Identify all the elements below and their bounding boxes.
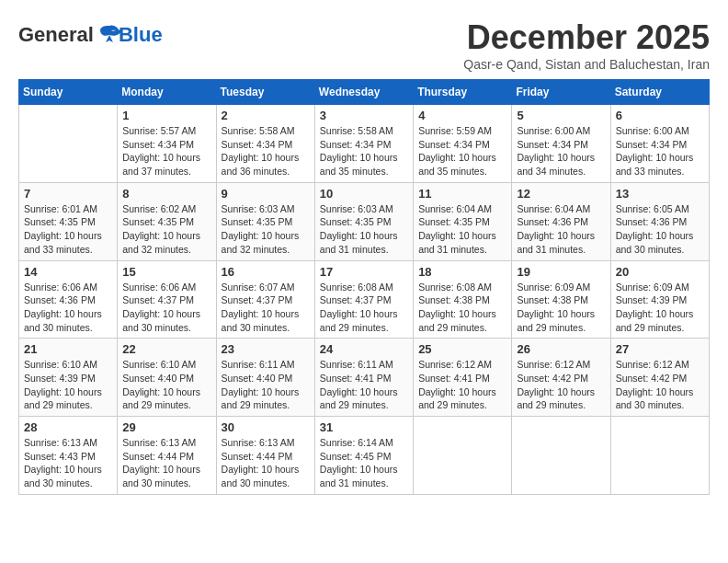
day-number: 17 bbox=[320, 265, 408, 279]
day-info: Sunrise: 6:13 AM Sunset: 4:43 PM Dayligh… bbox=[24, 436, 112, 490]
day-number: 5 bbox=[517, 109, 605, 122]
day-info: Sunrise: 6:13 AM Sunset: 4:44 PM Dayligh… bbox=[122, 436, 210, 490]
day-info: Sunrise: 6:08 AM Sunset: 4:38 PM Dayligh… bbox=[418, 281, 506, 335]
day-info: Sunrise: 6:00 AM Sunset: 4:34 PM Dayligh… bbox=[517, 124, 605, 178]
day-number: 19 bbox=[517, 265, 605, 279]
day-number: 31 bbox=[320, 420, 408, 434]
table-cell: 6Sunrise: 6:00 AM Sunset: 4:34 PM Daylig… bbox=[610, 105, 709, 183]
table-cell: 31Sunrise: 6:14 AM Sunset: 4:45 PM Dayli… bbox=[314, 417, 413, 495]
table-cell: 29Sunrise: 6:13 AM Sunset: 4:44 PM Dayli… bbox=[118, 417, 216, 495]
day-info: Sunrise: 6:04 AM Sunset: 4:35 PM Dayligh… bbox=[418, 202, 506, 257]
table-cell: 24Sunrise: 6:11 AM Sunset: 4:41 PM Dayli… bbox=[314, 339, 413, 417]
table-cell: 9Sunrise: 6:03 AM Sunset: 4:35 PM Daylig… bbox=[216, 182, 314, 260]
calendar-subtitle: Qasr-e Qand, Sistan and Baluchestan, Ira… bbox=[463, 57, 710, 72]
day-info: Sunrise: 6:12 AM Sunset: 4:42 PM Dayligh… bbox=[616, 358, 704, 412]
col-wednesday: Wednesday bbox=[314, 80, 413, 105]
col-thursday: Thursday bbox=[414, 80, 512, 105]
table-cell: 27Sunrise: 6:12 AM Sunset: 4:42 PM Dayli… bbox=[610, 339, 709, 417]
day-info: Sunrise: 6:06 AM Sunset: 4:37 PM Dayligh… bbox=[122, 281, 210, 335]
logo-general: General bbox=[18, 23, 94, 47]
day-number: 24 bbox=[320, 342, 408, 356]
table-cell: 17Sunrise: 6:08 AM Sunset: 4:37 PM Dayli… bbox=[314, 260, 413, 339]
table-cell: 7Sunrise: 6:01 AM Sunset: 4:35 PM Daylig… bbox=[19, 182, 118, 260]
day-info: Sunrise: 6:06 AM Sunset: 4:36 PM Dayligh… bbox=[24, 281, 112, 335]
table-cell: 8Sunrise: 6:02 AM Sunset: 4:35 PM Daylig… bbox=[118, 182, 216, 260]
day-info: Sunrise: 6:01 AM Sunset: 4:35 PM Dayligh… bbox=[24, 202, 112, 257]
col-tuesday: Tuesday bbox=[216, 80, 314, 105]
table-cell: 30Sunrise: 6:13 AM Sunset: 4:44 PM Dayli… bbox=[216, 417, 314, 495]
page-header: General Blue December 2025 Qasr-e Qand, … bbox=[18, 18, 710, 72]
day-info: Sunrise: 6:11 AM Sunset: 4:41 PM Dayligh… bbox=[320, 358, 408, 412]
table-cell: 3Sunrise: 5:58 AM Sunset: 4:34 PM Daylig… bbox=[314, 105, 413, 183]
day-number: 6 bbox=[616, 109, 704, 122]
day-number: 7 bbox=[24, 187, 112, 201]
day-info: Sunrise: 5:57 AM Sunset: 4:34 PM Dayligh… bbox=[122, 124, 210, 178]
table-cell: 15Sunrise: 6:06 AM Sunset: 4:37 PM Dayli… bbox=[118, 260, 216, 339]
logo-blue: Blue bbox=[119, 23, 163, 47]
table-cell: 22Sunrise: 6:10 AM Sunset: 4:40 PM Dayli… bbox=[118, 339, 216, 417]
day-number: 27 bbox=[616, 342, 704, 356]
day-number: 21 bbox=[24, 342, 112, 356]
day-number: 8 bbox=[122, 187, 210, 201]
table-cell: 4Sunrise: 5:59 AM Sunset: 4:34 PM Daylig… bbox=[414, 105, 512, 183]
day-info: Sunrise: 6:05 AM Sunset: 4:36 PM Dayligh… bbox=[616, 202, 704, 257]
week-row-1: 1Sunrise: 5:57 AM Sunset: 4:34 PM Daylig… bbox=[19, 105, 710, 183]
col-monday: Monday bbox=[118, 80, 216, 105]
day-info: Sunrise: 6:07 AM Sunset: 4:37 PM Dayligh… bbox=[222, 281, 310, 335]
day-info: Sunrise: 6:02 AM Sunset: 4:35 PM Dayligh… bbox=[122, 202, 210, 257]
day-info: Sunrise: 6:12 AM Sunset: 4:42 PM Dayligh… bbox=[517, 358, 605, 412]
day-number: 30 bbox=[222, 420, 310, 434]
day-number: 13 bbox=[616, 187, 704, 201]
table-cell: 23Sunrise: 6:11 AM Sunset: 4:40 PM Dayli… bbox=[216, 339, 314, 417]
day-info: Sunrise: 5:58 AM Sunset: 4:34 PM Dayligh… bbox=[320, 124, 408, 178]
day-info: Sunrise: 6:03 AM Sunset: 4:35 PM Dayligh… bbox=[320, 202, 408, 257]
day-info: Sunrise: 6:14 AM Sunset: 4:45 PM Dayligh… bbox=[320, 436, 408, 490]
day-number: 2 bbox=[222, 109, 310, 122]
day-number: 22 bbox=[122, 342, 210, 356]
day-number: 18 bbox=[418, 265, 506, 279]
week-row-2: 7Sunrise: 6:01 AM Sunset: 4:35 PM Daylig… bbox=[19, 182, 710, 260]
day-number: 16 bbox=[222, 265, 310, 279]
table-cell: 25Sunrise: 6:12 AM Sunset: 4:41 PM Dayli… bbox=[414, 339, 512, 417]
day-info: Sunrise: 6:10 AM Sunset: 4:40 PM Dayligh… bbox=[122, 358, 210, 412]
week-row-4: 21Sunrise: 6:10 AM Sunset: 4:39 PM Dayli… bbox=[19, 339, 710, 417]
day-number: 26 bbox=[517, 342, 605, 356]
table-cell: 5Sunrise: 6:00 AM Sunset: 4:34 PM Daylig… bbox=[512, 105, 610, 183]
day-info: Sunrise: 6:13 AM Sunset: 4:44 PM Dayligh… bbox=[222, 436, 310, 490]
table-cell: 28Sunrise: 6:13 AM Sunset: 4:43 PM Dayli… bbox=[19, 417, 118, 495]
week-row-3: 14Sunrise: 6:06 AM Sunset: 4:36 PM Dayli… bbox=[19, 260, 710, 339]
calendar-table: Sunday Monday Tuesday Wednesday Thursday… bbox=[18, 79, 710, 495]
table-cell: 18Sunrise: 6:08 AM Sunset: 4:38 PM Dayli… bbox=[414, 260, 512, 339]
table-cell bbox=[414, 417, 512, 495]
day-number: 10 bbox=[320, 187, 408, 201]
table-cell: 16Sunrise: 6:07 AM Sunset: 4:37 PM Dayli… bbox=[216, 260, 314, 339]
day-number: 20 bbox=[616, 265, 704, 279]
logo: General Blue bbox=[18, 22, 163, 48]
calendar-header-row: Sunday Monday Tuesday Wednesday Thursday… bbox=[19, 80, 710, 105]
day-info: Sunrise: 6:11 AM Sunset: 4:40 PM Dayligh… bbox=[222, 358, 310, 412]
col-sunday: Sunday bbox=[19, 80, 118, 105]
day-info: Sunrise: 6:12 AM Sunset: 4:41 PM Dayligh… bbox=[418, 358, 506, 412]
day-number: 4 bbox=[418, 109, 506, 122]
table-cell: 19Sunrise: 6:09 AM Sunset: 4:38 PM Dayli… bbox=[512, 260, 610, 339]
table-cell: 10Sunrise: 6:03 AM Sunset: 4:35 PM Dayli… bbox=[314, 182, 413, 260]
day-number: 23 bbox=[222, 342, 310, 356]
day-info: Sunrise: 6:04 AM Sunset: 4:36 PM Dayligh… bbox=[517, 202, 605, 257]
day-info: Sunrise: 6:00 AM Sunset: 4:34 PM Dayligh… bbox=[616, 124, 704, 178]
day-number: 29 bbox=[122, 420, 210, 434]
week-row-5: 28Sunrise: 6:13 AM Sunset: 4:43 PM Dayli… bbox=[19, 417, 710, 495]
day-info: Sunrise: 6:09 AM Sunset: 4:39 PM Dayligh… bbox=[616, 281, 704, 335]
day-number: 1 bbox=[122, 109, 210, 122]
table-cell bbox=[19, 105, 118, 183]
day-number: 12 bbox=[517, 187, 605, 201]
day-number: 9 bbox=[222, 187, 310, 201]
day-info: Sunrise: 5:59 AM Sunset: 4:34 PM Dayligh… bbox=[418, 124, 506, 178]
table-cell: 12Sunrise: 6:04 AM Sunset: 4:36 PM Dayli… bbox=[512, 182, 610, 260]
table-cell: 21Sunrise: 6:10 AM Sunset: 4:39 PM Dayli… bbox=[19, 339, 118, 417]
table-cell: 1Sunrise: 5:57 AM Sunset: 4:34 PM Daylig… bbox=[118, 105, 216, 183]
table-cell: 11Sunrise: 6:04 AM Sunset: 4:35 PM Dayli… bbox=[414, 182, 512, 260]
table-cell: 26Sunrise: 6:12 AM Sunset: 4:42 PM Dayli… bbox=[512, 339, 610, 417]
day-info: Sunrise: 5:58 AM Sunset: 4:34 PM Dayligh… bbox=[222, 124, 310, 178]
title-section: December 2025 Qasr-e Qand, Sistan and Ba… bbox=[463, 18, 710, 72]
table-cell: 14Sunrise: 6:06 AM Sunset: 4:36 PM Dayli… bbox=[19, 260, 118, 339]
